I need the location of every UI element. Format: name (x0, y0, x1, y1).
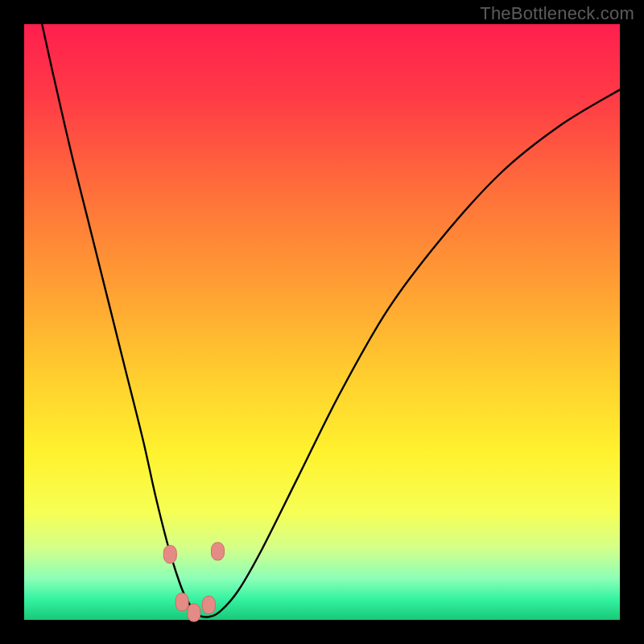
watermark-text: TheBottleneck.com (480, 3, 634, 24)
curve-marker (163, 546, 176, 564)
chart-stage: TheBottleneck.com (0, 0, 644, 644)
curve-marker (175, 593, 188, 611)
curve-marker (188, 604, 200, 621)
curve-marker (202, 597, 215, 614)
bottleneck-chart (0, 0, 644, 644)
curve-marker (212, 543, 225, 560)
